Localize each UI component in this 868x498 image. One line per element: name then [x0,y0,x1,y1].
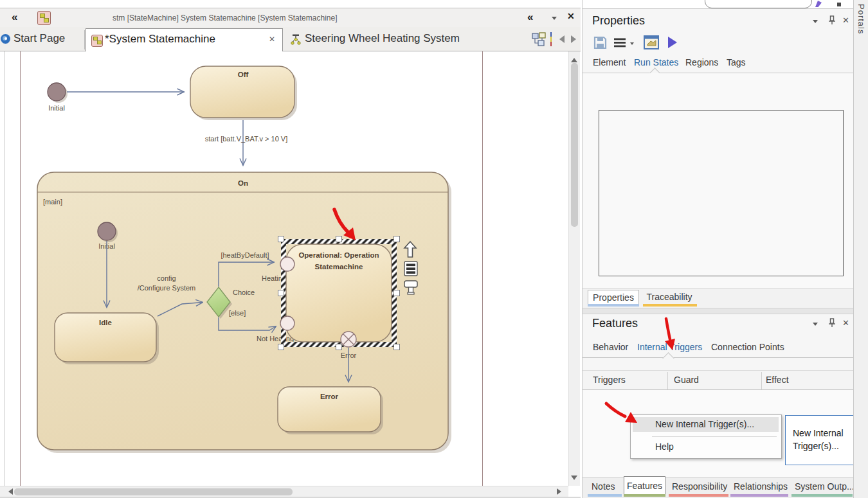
menu-separator [652,436,777,437]
system-output-underline [791,494,853,497]
choice-label: Choice [233,289,255,296]
transition-start-label: start [batt.V_BAT.v > 10 V] [205,135,288,143]
diagram-canvas[interactable]: Initial Off start [batt.V_BAT.v > 10 V] … [0,51,568,486]
statemachine-diagram: Initial Off start [batt.V_BAT.v > 10 V] … [0,51,568,486]
vertical-scroll-thumb[interactable] [571,63,578,227]
tab-start-page[interactable]: Start Page [0,27,84,51]
horizontal-scroll-thumb[interactable] [14,488,293,495]
state-error[interactable]: Error [278,387,383,434]
column-triggers[interactable]: Triggers [593,375,626,385]
entry-point-heating[interactable] [280,257,294,271]
properties-bottom-tabbar: Properties Traceability [583,288,854,308]
config-label-line1: config [157,274,176,282]
column-guard[interactable]: Guard [674,375,699,385]
diagram-horizontal-scrollbar[interactable] [0,486,568,497]
responsibility-underline [669,494,728,497]
context-menu: New Internal Trigger(s)... Help [630,414,782,459]
tab-internal-triggers[interactable]: Internal Triggers [637,342,702,352]
initial-node-top[interactable]: Initial [48,83,68,112]
features-title: Features [592,317,638,330]
top-strip [0,0,581,8]
menu-item-new-internal-trigger[interactable]: New Internal Trigger(s)... [633,417,779,432]
diagram-title-bar: « stm [StateMachine] System Statemachine… [0,8,581,28]
tab-scroll-right-icon[interactable] [571,35,580,43]
diagram-tab-bar: Start Page *System Statemachine ✕ [0,27,581,51]
tab-run-states[interactable]: Run States [634,57,678,67]
notes-underline [588,494,622,497]
run-states-content[interactable] [583,73,854,288]
collapse-right-icon[interactable]: « [527,11,533,24]
tab-notes[interactable]: Notes [592,481,615,492]
tooltip-new-internal-trigger: New Internal Trigger(s)... [785,415,858,465]
scroll-right-icon[interactable] [557,488,565,495]
features-close-icon[interactable]: ✕ [842,318,849,328]
scroll-left-icon[interactable] [5,488,13,495]
docbar-dropdown-icon[interactable] [552,17,557,22]
scroll-up-icon[interactable] [571,55,577,62]
portals-sidebar[interactable]: Portals [853,0,868,498]
tab-scroll-left-icon[interactable] [556,35,565,43]
pen-icon[interactable] [815,1,822,7]
triggers-grid-header: Triggers Guard Effect [583,370,854,390]
right-dock-panel: Properties ✕ [582,0,854,498]
features-panel: Features ✕ Behavior Internal Triggers Co… [583,314,854,498]
tab-system-output[interactable]: System Outp... [795,481,854,492]
initial-top-label: Initial [48,104,65,112]
properties-dropdown-icon[interactable] [813,20,818,26]
tab-steering-wheel[interactable]: Steering Wheel Heating System [285,27,527,51]
tab-start-page-label: Start Page [14,32,65,45]
initial-node-inner[interactable]: Initial [98,222,118,250]
state-error-label: Error [320,393,339,400]
column-divider[interactable] [667,372,668,389]
properties-close-icon[interactable]: ✕ [842,15,849,25]
tab-relationships[interactable]: Relationships [734,481,788,492]
tab-system-statemachine[interactable]: *System Statemachine ✕ [86,28,283,52]
guard-heatbydefault-label: [heatByDefault] [221,251,269,259]
config-label-line2: /Configure System [138,284,195,292]
collapse-left-icon[interactable]: « [12,11,17,24]
diagram-vertical-scrollbar[interactable] [568,51,580,486]
state-on-label: On [238,179,248,187]
entry-point-notheating[interactable] [280,316,294,330]
tooltip-line2: Trigger(s)... [793,440,839,452]
tab-element[interactable]: Element [593,57,626,67]
region-main-label: [main] [43,198,62,206]
tab-connection-points[interactable]: Connection Points [711,342,784,352]
tab-properties-bottom[interactable]: Properties [588,290,639,305]
search-input[interactable] [705,0,812,8]
tab-system-statemachine-label: *System Statemachine [105,33,215,46]
state-operational-selected[interactable]: Operational: Operation Statemachine Erro… [278,236,400,360]
compartments-icon[interactable] [404,262,417,276]
run-icon[interactable] [668,37,683,48]
features-underline [624,494,665,497]
mini-button[interactable] [837,3,841,6]
state-operational-label1: Operational: Operation [298,251,379,259]
column-effect[interactable]: Effect [766,375,789,385]
tab-tags[interactable]: Tags [727,57,746,67]
statemachine-icon [37,11,51,25]
portals-label: Portals [856,4,866,34]
docbar-close-icon[interactable]: ✕ [567,11,575,21]
statemachine-tab-icon [91,35,103,47]
tab-responsibility[interactable]: Responsibility [672,481,727,492]
tab-traceability-bottom[interactable]: Traceability [643,290,696,304]
features-dropdown-icon[interactable] [813,323,818,328]
top-mini-toolbar [583,0,854,9]
run-states-listbox[interactable] [599,110,844,276]
panel-splitter[interactable] [583,308,854,314]
state-off[interactable]: Off [190,66,297,120]
tab-features-bottom[interactable]: Features [624,476,665,495]
tab-behavior[interactable]: Behavior [593,342,628,352]
exit-point-error[interactable] [341,332,356,347]
scroll-down-icon[interactable] [571,476,577,483]
column-divider[interactable] [761,372,762,389]
tab-close-icon[interactable]: ✕ [269,35,275,44]
internal-triggers-notch [662,352,674,364]
state-idle[interactable]: Idle [55,313,159,364]
tab-regions[interactable]: Regions [685,57,718,67]
properties-panel: Properties ✕ [583,9,854,308]
hamburger-dropdown-icon[interactable] [630,42,634,47]
menu-item-help[interactable]: Help [633,440,779,454]
tab-traceability-underline [643,304,697,307]
state-idle-label: Idle [99,319,112,326]
